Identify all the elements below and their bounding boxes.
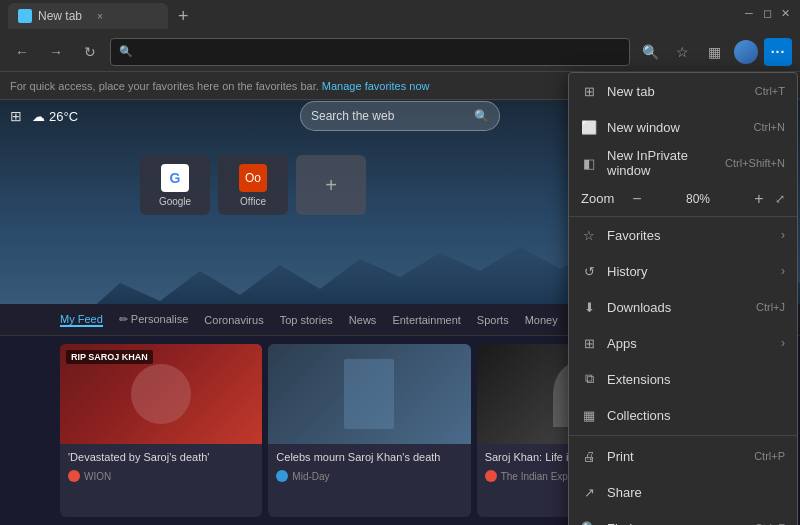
browser-tab[interactable]: New tab ×: [8, 3, 168, 29]
print-icon: 🖨: [581, 449, 597, 464]
google-icon: G: [161, 164, 189, 192]
history-icon: ↺: [581, 264, 597, 279]
favorites-menu-icon: ☆: [581, 228, 597, 243]
menu-share-label: Share: [607, 485, 785, 500]
tab-title: New tab: [38, 9, 82, 23]
tab-my-feed[interactable]: My Feed: [60, 313, 103, 327]
favorites-arrow: ›: [781, 228, 785, 242]
refresh-button[interactable]: ↻: [76, 38, 104, 66]
tab-sports[interactable]: Sports: [477, 314, 509, 326]
search-web-icon: 🔍: [474, 109, 489, 123]
context-menu: ⊞ New tab Ctrl+T ⬜ New window Ctrl+N ◧ N…: [568, 72, 798, 525]
office-quick-link[interactable]: Oo Office: [218, 155, 288, 215]
feed-card-2[interactable]: Celebs mourn Saroj Khan's death Mid-Day: [268, 344, 470, 517]
source-dot-3: [485, 470, 497, 482]
search-button[interactable]: 🔍: [636, 38, 664, 66]
source-dot-2: [276, 470, 288, 482]
zoom-expand-button[interactable]: ⤢: [775, 192, 785, 206]
tab-news[interactable]: News: [349, 314, 377, 326]
tab-top-stories[interactable]: Top stories: [280, 314, 333, 326]
source-dot-1: [68, 470, 80, 482]
minimize-button[interactable]: ─: [742, 6, 756, 20]
tab-entertainment[interactable]: Entertainment: [392, 314, 460, 326]
menu-inprivate[interactable]: ◧ New InPrivate window Ctrl+Shift+N: [569, 145, 797, 181]
menu-new-window-label: New window: [607, 120, 744, 135]
collections-menu-icon: ▦: [581, 408, 597, 423]
share-icon: ↗: [581, 485, 597, 500]
new-window-icon: ⬜: [581, 120, 597, 135]
tab-personalise[interactable]: ✏ Personalise: [119, 313, 189, 326]
menu-collections[interactable]: ▦ Collections: [569, 397, 797, 433]
address-bar[interactable]: 🔍: [110, 38, 630, 66]
menu-share[interactable]: ↗ Share: [569, 474, 797, 510]
feed-card-1[interactable]: RIP SAROJ KHAN 'Devastated by Saroj's de…: [60, 344, 262, 517]
menu-downloads-shortcut: Ctrl+J: [756, 301, 785, 313]
profile-avatar[interactable]: [732, 38, 760, 66]
rip-overlay: RIP SAROJ KHAN: [66, 350, 153, 364]
card-source-2: Mid-Day: [276, 470, 462, 482]
menu-button[interactable]: ···: [764, 38, 792, 66]
menu-inprivate-shortcut: Ctrl+Shift+N: [725, 157, 785, 169]
new-tab-button[interactable]: +: [178, 6, 189, 27]
zoom-label: Zoom: [581, 191, 621, 206]
web-search-box[interactable]: Search the web 🔍: [300, 101, 500, 131]
forward-button[interactable]: →: [42, 38, 70, 66]
menu-new-window-shortcut: Ctrl+N: [754, 121, 785, 133]
extensions-icon: ⧉: [581, 371, 597, 387]
menu-find-on-page[interactable]: 🔍 Find on page Ctrl+F: [569, 510, 797, 525]
menu-favorites[interactable]: ☆ Favorites ›: [569, 217, 797, 253]
menu-print[interactable]: 🖨 Print Ctrl+P: [569, 438, 797, 474]
menu-new-tab[interactable]: ⊞ New tab Ctrl+T: [569, 73, 797, 109]
source-name-1: WION: [84, 471, 111, 482]
menu-downloads[interactable]: ⬇ Downloads Ctrl+J: [569, 289, 797, 325]
tab-coronavirus[interactable]: Coronavirus: [204, 314, 263, 326]
zoom-value: 80%: [653, 192, 743, 206]
menu-history[interactable]: ↺ History ›: [569, 253, 797, 289]
zoom-in-button[interactable]: +: [749, 190, 769, 208]
zoom-out-button[interactable]: −: [627, 190, 647, 208]
grid-icon[interactable]: ⊞: [10, 108, 22, 124]
menu-history-label: History: [607, 264, 771, 279]
menu-collections-label: Collections: [607, 408, 785, 423]
menu-apps[interactable]: ⊞ Apps ›: [569, 325, 797, 361]
tab-close-button[interactable]: ×: [92, 8, 108, 24]
card-image-2: [268, 344, 470, 444]
menu-extensions[interactable]: ⧉ Extensions: [569, 361, 797, 397]
temperature: 26°C: [49, 109, 78, 124]
card-body-1: 'Devastated by Saroj's death' WION: [60, 444, 262, 488]
title-bar: New tab × + ─ ◻ ✕: [0, 0, 800, 32]
favorites-bar-text: For quick access, place your favorites h…: [10, 80, 319, 92]
find-icon: 🔍: [581, 521, 597, 526]
office-icon: Oo: [239, 164, 267, 192]
menu-print-shortcut: Ctrl+P: [754, 450, 785, 462]
menu-favorites-label: Favorites: [607, 228, 771, 243]
google-label: Google: [159, 196, 191, 207]
card-image-1: RIP SAROJ KHAN: [60, 344, 262, 444]
google-quick-link[interactable]: G Google: [140, 155, 210, 215]
menu-divider-1: [569, 435, 797, 436]
card-source-1: WION: [68, 470, 254, 482]
tab-favicon: [18, 9, 32, 23]
add-icon: +: [317, 171, 345, 199]
tab-money[interactable]: Money: [525, 314, 558, 326]
menu-downloads-label: Downloads: [607, 300, 746, 315]
maximize-button[interactable]: ◻: [760, 6, 774, 20]
manage-favorites-link[interactable]: Manage favorites now: [322, 80, 430, 92]
favorites-button[interactable]: ☆: [668, 38, 696, 66]
collections-button[interactable]: ▦: [700, 38, 728, 66]
toolbar-icons: 🔍 ☆ ▦ ···: [636, 38, 792, 66]
new-tab-icon: ⊞: [581, 84, 597, 99]
card-title-2: Celebs mourn Saroj Khan's death: [276, 450, 462, 464]
weather-icon: ☁: [32, 109, 45, 124]
back-button[interactable]: ←: [8, 38, 36, 66]
history-arrow: ›: [781, 264, 785, 278]
close-button[interactable]: ✕: [778, 6, 792, 20]
search-icon: 🔍: [119, 45, 133, 58]
menu-apps-label: Apps: [607, 336, 771, 351]
source-name-2: Mid-Day: [292, 471, 329, 482]
search-web-text: Search the web: [311, 109, 468, 123]
menu-zoom: Zoom − 80% + ⤢: [569, 181, 797, 217]
window-controls: ─ ◻ ✕: [742, 6, 792, 20]
add-quick-link[interactable]: +: [296, 155, 366, 215]
menu-new-window[interactable]: ⬜ New window Ctrl+N: [569, 109, 797, 145]
